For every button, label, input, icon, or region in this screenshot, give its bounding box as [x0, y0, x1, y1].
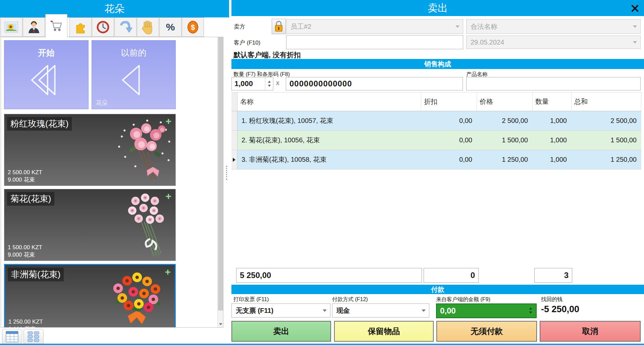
sale-title: 卖出 — [428, 1, 448, 15]
product-name: 粉红玫瑰(花束) — [7, 117, 72, 131]
row-indicator — [231, 150, 237, 169]
svg-text:$: $ — [191, 23, 195, 31]
puzzle-icon — [73, 20, 88, 34]
col-header-qty[interactable]: 数量 — [533, 92, 572, 111]
sales-section-header: 销售构成 — [231, 59, 644, 69]
tab-cash[interactable]: $ — [182, 17, 204, 37]
payment-method-label: 付款方式 (F12) — [332, 296, 368, 303]
barcode-input[interactable]: 0000000000000 — [286, 77, 463, 90]
scrollbar-thumb[interactable] — [218, 37, 223, 310]
percent-icon: % — [166, 21, 175, 33]
amount-spin-buttons[interactable] — [527, 304, 535, 317]
product-stock: 9.000 花束 — [8, 326, 43, 328]
sell-button[interactable]: 卖出 — [231, 321, 331, 342]
table-view-icon — [5, 331, 19, 343]
pos-app: 花朵 % $ 开始 — [0, 0, 644, 345]
spinner-up-icon[interactable] — [529, 307, 532, 309]
table-row[interactable]: 2. 菊花(花束), 10056, 花束 0,00 1 500,00 1,000… — [231, 131, 641, 150]
tab-discounts[interactable]: % — [159, 17, 181, 37]
total-discount-box: 0 — [424, 268, 479, 283]
tab-customers[interactable] — [23, 17, 45, 37]
tab-addons[interactable] — [69, 17, 92, 37]
tab-hold[interactable] — [137, 17, 159, 37]
payment-section-header: 付款 — [231, 285, 644, 294]
sale-title-bar: 卖出 — [231, 0, 644, 16]
product-tile-pink-roses[interactable]: 粉红玫瑰(花束) + 2 500.00 KZT 9.000 花束 — [4, 114, 176, 186]
product-tile-gerbera[interactable]: 非洲菊(花束) + — [4, 264, 176, 328]
col-header-name[interactable]: 名称 — [237, 92, 421, 111]
window-bottom-border — [0, 344, 644, 345]
hand-icon — [141, 20, 155, 34]
col-header-discount[interactable]: 折扣 — [421, 92, 477, 111]
product-price: 1 250.00 KZT — [8, 318, 43, 326]
lock-button[interactable] — [272, 19, 286, 34]
col-header-total[interactable]: 总和 — [572, 92, 641, 111]
customer-note: 默认客户端, 没有折扣 — [233, 50, 301, 60]
multiply-sign: x — [276, 79, 279, 87]
product-stock: 9.000 花束 — [8, 251, 42, 259]
chevron-down-icon — [633, 41, 637, 44]
curved-arrow-icon — [118, 20, 133, 34]
date-select: 29.05.2024 — [466, 36, 641, 49]
catalog-panel: 花朵 % $ 开始 — [0, 0, 229, 345]
invoice-select[interactable]: 无支票 (F11) — [231, 303, 330, 318]
seller-select: 员工#2 — [286, 19, 463, 34]
tab-photos[interactable] — [0, 17, 22, 37]
tile-view-icon — [27, 331, 40, 343]
spinner-down-icon[interactable] — [529, 312, 532, 314]
row-indicator — [231, 111, 237, 130]
nav-tile-start[interactable]: 开始 — [4, 40, 89, 109]
quantity-stepper[interactable]: 1,000 — [231, 77, 273, 90]
row-indicator — [231, 131, 237, 150]
product-name: 菊花(花束) — [7, 192, 54, 206]
product-stock: 9.000 花束 — [8, 176, 42, 184]
tab-shifts[interactable] — [92, 17, 114, 37]
product-price-block: 2 500.00 KZT 9.000 花束 — [8, 169, 42, 184]
change-value: -5 250,00 — [541, 304, 579, 315]
chevron-down-icon — [455, 25, 460, 28]
product-price-block: 1 250.00 KZT 9.000 花束 — [8, 318, 43, 328]
dollar-coin-icon: $ — [185, 20, 200, 34]
payment-method-select[interactable]: 现金 — [332, 303, 429, 318]
tab-returns[interactable] — [114, 17, 137, 37]
table-row[interactable]: 1. 粉红玫瑰(花束), 10057, 花束 0,00 2 500,00 1,0… — [231, 111, 641, 131]
chevron-down-icon — [422, 309, 426, 312]
product-tile-chrysanthemum[interactable]: 菊花(花束) + — [4, 189, 176, 261]
customer-input[interactable] — [286, 35, 463, 49]
amount-from-customer-input[interactable]: 0,00 — [436, 303, 537, 318]
hold-items-button[interactable]: 保留物品 — [334, 321, 434, 342]
close-button[interactable] — [629, 3, 641, 14]
panel-splitter-handle[interactable] — [226, 166, 228, 180]
clock-icon — [96, 20, 110, 34]
legal-name-select: 合法名称 — [466, 19, 641, 34]
no-payment-button[interactable]: 无须付款 — [436, 321, 537, 342]
nav-previous-label: 以前的 — [92, 47, 175, 58]
lock-icon — [273, 20, 284, 33]
cart-icon — [49, 19, 64, 33]
table-header-row: 名称 折扣 价格 数量 总和 — [231, 92, 641, 111]
product-list: 开始 以前的 花朵 粉红玫瑰(花束) + — [1, 37, 223, 328]
quantity-spin-buttons[interactable] — [265, 77, 273, 90]
photo-icon — [4, 20, 19, 34]
product-list-scrollbar[interactable] — [217, 37, 223, 327]
cancel-button[interactable]: 取消 — [540, 321, 641, 342]
table-view-button[interactable] — [2, 329, 22, 344]
nav-tile-previous[interactable]: 以前的 花朵 — [92, 40, 176, 109]
tab-sales[interactable] — [45, 14, 67, 38]
item-count-box: 3 — [534, 268, 572, 283]
person-icon — [26, 20, 41, 34]
chevron-down-icon — [219, 323, 222, 325]
col-header-price[interactable]: 价格 — [477, 92, 533, 111]
table-row-selected[interactable]: 3. 非洲菊(花束), 10058, 花束 0,00 1 250,00 1,00… — [231, 150, 641, 169]
product-name-input[interactable] — [466, 77, 641, 90]
row-indicator-header — [231, 92, 237, 111]
spinner-down-icon[interactable] — [268, 85, 271, 87]
product-image-pink-roses — [115, 116, 173, 184]
close-icon — [630, 4, 640, 13]
nav-start-label: 开始 — [4, 47, 88, 58]
scrollbar-down-button[interactable] — [218, 321, 223, 327]
spinner-up-icon[interactable] — [268, 81, 271, 83]
nav-previous-sublabel: 花朵 — [96, 99, 108, 107]
chevron-down-icon — [323, 309, 327, 312]
tile-view-button[interactable] — [23, 329, 44, 344]
